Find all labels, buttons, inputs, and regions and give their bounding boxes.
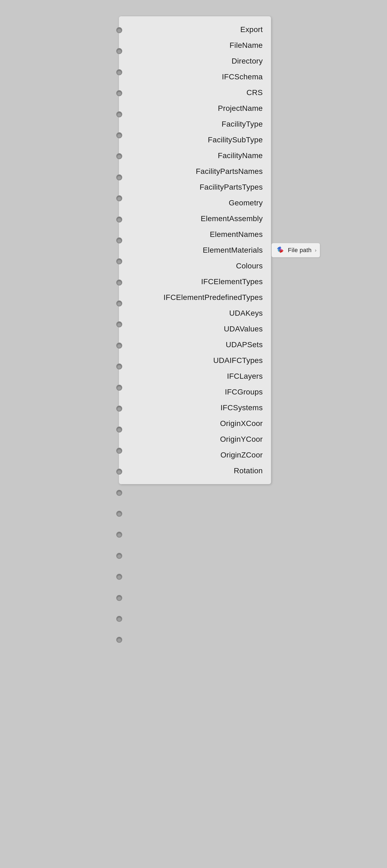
list-item[interactable]: FacilityName <box>119 148 271 163</box>
list-item-label: FacilityType <box>222 120 263 128</box>
spiral-hole <box>116 406 122 411</box>
list-item-label: Directory <box>232 57 263 65</box>
spiral-holes <box>116 16 122 646</box>
list-item[interactable]: Export <box>119 22 271 37</box>
list-item-label: OriginXCoor <box>220 419 263 428</box>
spiral-hole <box>116 280 122 285</box>
spiral-hole <box>116 637 122 643</box>
list-item-label: Export <box>240 25 263 34</box>
list-item[interactable]: ProjectName <box>119 100 271 116</box>
list-item[interactable]: FacilitySubType <box>119 132 271 148</box>
spiral-hole <box>116 385 122 391</box>
list-item[interactable]: FacilityPartsNames <box>119 163 271 179</box>
list-item[interactable]: ElementMaterials File path› <box>119 242 271 258</box>
list-item-label: OriginYCoor <box>220 435 263 444</box>
spiral-hole <box>116 511 122 517</box>
spiral-hole <box>116 616 122 622</box>
list-item[interactable]: CRS <box>119 85 271 100</box>
spiral-hole <box>116 69 122 75</box>
list-item[interactable]: IFCLayers <box>119 368 271 384</box>
list-item-label: ProjectName <box>218 104 263 113</box>
list-item-label: FacilityPartsTypes <box>200 183 263 191</box>
list-item[interactable]: UDAIFCTypes <box>119 353 271 368</box>
list-item[interactable]: IFCSchema <box>119 69 271 85</box>
list-item-label: ElementMaterials <box>203 246 263 254</box>
tooltip-container: File path› <box>271 243 320 257</box>
list-item-label: IFCLayers <box>227 372 263 381</box>
list-item-label: IFCElementPredefinedTypes <box>163 293 263 302</box>
list-item-label: FacilitySubType <box>208 135 263 144</box>
list-item[interactable]: UDAPSets <box>119 337 271 353</box>
list-item[interactable]: IFCElementPredefinedTypes <box>119 289 271 305</box>
list-item[interactable]: UDAKeys <box>119 305 271 321</box>
list-item-label: UDAValues <box>224 324 263 333</box>
list-item-label: IFCGroups <box>225 388 263 396</box>
list-item-label: FacilityName <box>218 151 263 160</box>
list-item-label: UDAPSets <box>226 340 263 349</box>
list-item[interactable]: OriginYCoor <box>119 431 271 447</box>
spiral-hole <box>116 469 122 475</box>
spiral-hole <box>116 595 122 601</box>
list-item[interactable]: OriginZCoor <box>119 447 271 463</box>
main-panel: ExportFileNameDirectoryIFCSchemaCRSProje… <box>119 16 271 484</box>
list-item[interactable]: FacilityPartsTypes <box>119 179 271 195</box>
spiral-hole <box>116 217 122 222</box>
list-item-label: Geometry <box>229 198 263 207</box>
list-item[interactable]: OriginXCoor <box>119 416 271 431</box>
list-item[interactable]: FacilityType <box>119 116 271 132</box>
list-item[interactable]: ElementNames <box>119 226 271 242</box>
list-item[interactable]: IFCGroups <box>119 384 271 400</box>
list-item[interactable]: Rotation <box>119 463 271 479</box>
spiral-hole <box>116 532 122 538</box>
spiral-hole <box>116 448 122 454</box>
spiral-hole <box>116 427 122 433</box>
list-item[interactable]: FileName <box>119 37 271 53</box>
app-logo-icon <box>275 245 286 256</box>
list-item-label: FileName <box>229 41 263 50</box>
spiral-hole <box>116 27 122 33</box>
list-item-label: CRS <box>246 88 263 97</box>
spiral-hole <box>116 364 122 370</box>
tooltip-text: File path <box>288 247 312 254</box>
list-item-label: IFCSystems <box>221 403 263 412</box>
list-item[interactable]: Colours <box>119 258 271 274</box>
list-item-label: Rotation <box>234 466 263 475</box>
list-item-label: ElementNames <box>209 230 263 239</box>
spiral-hole <box>116 321 122 328</box>
spiral-hole <box>116 343 122 348</box>
list-item[interactable]: Geometry <box>119 195 271 211</box>
list-item-label: OriginZCoor <box>221 451 263 459</box>
spiral-hole <box>116 90 122 96</box>
spiral-hole <box>116 238 122 243</box>
list-item[interactable]: Directory <box>119 53 271 69</box>
spiral-hole <box>116 175 122 180</box>
spiral-hole <box>116 490 122 496</box>
spiral-hole <box>116 195 122 201</box>
spiral-hole <box>116 48 122 54</box>
list-item-label: IFCElementTypes <box>201 277 263 286</box>
list-item-label: IFCSchema <box>222 72 263 81</box>
list-item[interactable]: IFCElementTypes <box>119 274 271 289</box>
list-item[interactable]: ElementAssembly <box>119 211 271 226</box>
list-item[interactable]: IFCSystems <box>119 400 271 416</box>
list-item-label: FacilityPartsNames <box>196 167 263 176</box>
spiral-hole <box>116 553 122 559</box>
list-item[interactable]: UDAValues <box>119 321 271 337</box>
list-item-label: UDAKeys <box>229 309 263 318</box>
spiral-hole <box>116 258 122 264</box>
spiral-hole <box>116 132 122 138</box>
list-item-label: UDAIFCTypes <box>213 356 263 365</box>
spiral-hole <box>116 574 122 580</box>
spiral-hole <box>116 153 122 159</box>
spiral-hole <box>116 301 122 306</box>
panel-container: ExportFileNameDirectoryIFCSchemaCRSProje… <box>116 16 271 646</box>
chevron-right-icon: › <box>315 248 316 253</box>
spiral-hole <box>116 112 122 117</box>
list-item-label: Colours <box>236 261 263 270</box>
list-item-label: ElementAssembly <box>201 214 263 223</box>
